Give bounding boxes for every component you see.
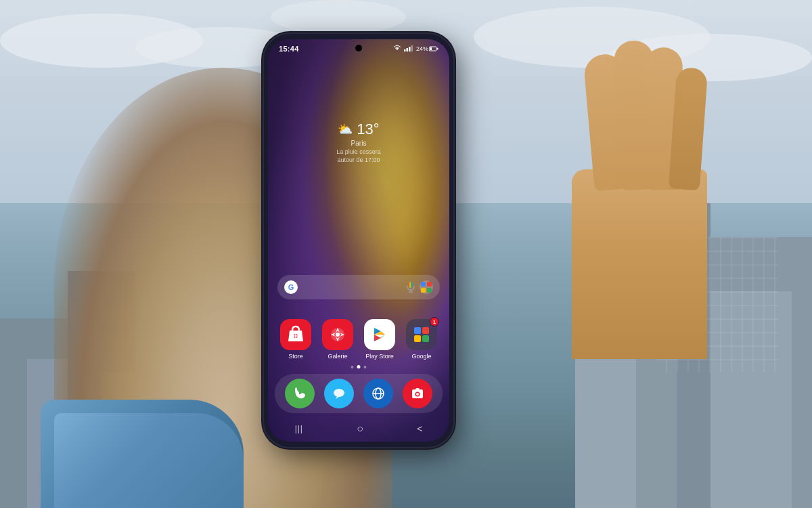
- nav-recent[interactable]: |||: [295, 424, 303, 433]
- google-dot-red: [422, 327, 429, 334]
- signal-icon: [404, 45, 413, 53]
- svg-rect-5: [437, 48, 438, 50]
- galerie-icon: [322, 319, 353, 350]
- svg-rect-1: [406, 48, 408, 51]
- svg-point-23: [416, 393, 419, 396]
- svg-marker-18: [336, 396, 340, 399]
- weather-description: La pluie cessera autour de 17:00: [336, 148, 381, 164]
- weather-widget: ⛅ 13° Paris La pluie cessera autour de 1…: [336, 121, 381, 164]
- dock-messages[interactable]: [324, 379, 354, 408]
- battery-percent: 24%: [416, 45, 428, 52]
- google-dot-yellow: [414, 335, 421, 342]
- google-g-icon: G: [284, 280, 298, 294]
- status-time: 15:44: [279, 45, 299, 53]
- dock: [275, 374, 443, 413]
- app-playstore[interactable]: Play Store: [360, 319, 399, 360]
- weather-city: Paris: [336, 140, 381, 147]
- store-icon: [280, 319, 311, 350]
- google-dot-green: [422, 335, 429, 342]
- page-dot-3: [364, 366, 367, 368]
- google-dot-blue: [414, 327, 421, 334]
- status-icons: 24%: [393, 45, 438, 53]
- sleeve-inner: [54, 413, 244, 508]
- svg-rect-7: [409, 282, 413, 288]
- svg-rect-6: [430, 47, 432, 50]
- galerie-label: Galerie: [328, 353, 347, 360]
- cloud-5: [271, 0, 406, 34]
- app-store[interactable]: Store: [276, 319, 315, 360]
- playstore-icon: [364, 319, 395, 350]
- app-galerie[interactable]: Galerie: [318, 319, 357, 360]
- phone-wrapper: 15:44: [264, 34, 453, 447]
- mic-icon: [405, 281, 417, 293]
- svg-rect-10: [421, 282, 426, 287]
- google-grid: [414, 327, 429, 342]
- page-dots: [351, 365, 367, 368]
- nav-home[interactable]: ○: [357, 423, 363, 435]
- svg-point-16: [336, 333, 340, 337]
- svg-point-17: [334, 389, 344, 397]
- palm: [572, 169, 707, 359]
- app-grid: Store Galerie: [268, 319, 449, 360]
- dock-phone[interactable]: [285, 379, 315, 408]
- svg-rect-11: [427, 282, 432, 287]
- camera-hole: [355, 45, 362, 51]
- page-dot-1: [351, 366, 354, 368]
- lens-icon: [420, 280, 433, 294]
- app-google[interactable]: 1 Google: [402, 319, 441, 360]
- page-dot-2: [357, 365, 361, 368]
- battery-icon: 24%: [416, 45, 438, 52]
- wifi-icon: [393, 45, 401, 53]
- phone-body: 15:44: [264, 34, 453, 447]
- nav-back[interactable]: <: [417, 423, 422, 434]
- svg-rect-2: [409, 47, 411, 51]
- google-icon: 1: [406, 319, 437, 350]
- phone-screen: 15:44: [268, 39, 449, 442]
- svg-rect-3: [411, 45, 413, 51]
- svg-rect-0: [404, 49, 406, 51]
- svg-rect-12: [421, 288, 426, 293]
- playstore-label: Play Store: [365, 353, 394, 360]
- dock-internet[interactable]: [363, 379, 393, 408]
- dock-camera[interactable]: [403, 379, 432, 408]
- weather-icon: ⛅: [338, 122, 353, 137]
- google-badge: 1: [430, 317, 439, 326]
- google-label: Google: [411, 353, 431, 360]
- svg-rect-13: [427, 288, 432, 293]
- search-bar[interactable]: G: [277, 275, 440, 299]
- nav-bar: ||| ○ <: [268, 416, 449, 442]
- weather-temperature: 13°: [357, 121, 379, 138]
- store-label: Store: [288, 353, 303, 360]
